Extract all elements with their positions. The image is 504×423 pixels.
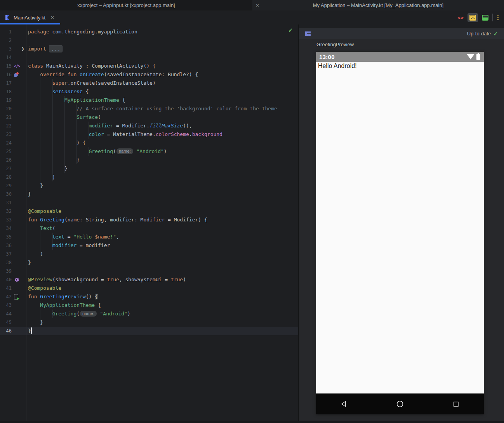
line-number: 19	[0, 96, 12, 104]
code-line[interactable]: }	[26, 258, 31, 267]
editor-row: 38}	[0, 258, 298, 267]
window-titlebar-right: ✕ My Application – MainActivity.kt [My_A…	[252, 0, 504, 10]
code-line[interactable]: super.onCreate(savedInstanceState)	[26, 79, 156, 87]
gutter	[12, 147, 26, 156]
code-line[interactable]: class MainActivity : ComponentActivity()…	[26, 62, 156, 70]
editor-row: 14	[0, 53, 298, 62]
editor-more-menu-button[interactable]	[497, 14, 499, 21]
code-line[interactable]: }	[26, 318, 43, 327]
code-line[interactable]: modifier = Modifier.fillMaxSize(),	[26, 122, 192, 130]
line-number: 35	[0, 233, 12, 241]
gutter	[12, 87, 26, 96]
line-number: 23	[0, 130, 12, 139]
code-line[interactable]: Greeting(name: "Android")	[26, 310, 130, 318]
design-view-button[interactable]	[482, 15, 488, 21]
editor-row: 27 }	[0, 164, 298, 173]
code-line[interactable]: @Composable	[26, 284, 61, 292]
editor-row: 1package com.thengoding.myapplication	[0, 28, 298, 36]
line-number: 46	[0, 327, 12, 335]
editor-row: 22 modifier = Modifier.fillMaxSize(),	[0, 122, 298, 130]
text-caret	[31, 327, 32, 334]
split-view-button[interactable]: <>	[468, 13, 478, 22]
code-line[interactable]: package com.thengoding.myapplication	[26, 28, 137, 36]
tab-close-icon[interactable]: ✕	[50, 15, 54, 20]
code-line[interactable]: modifier = modifier	[26, 241, 110, 250]
editor-row: 24 ) {	[0, 139, 298, 147]
code-line[interactable]: @Composable	[26, 207, 61, 216]
close-window-button[interactable]: ✕	[255, 0, 259, 10]
inspection-ok-icon[interactable]: ✓	[288, 27, 293, 34]
line-number: 2	[0, 36, 12, 45]
nav-back-button[interactable]	[316, 400, 372, 407]
editor-row: 18 setContent {	[0, 87, 298, 96]
line-number: 31	[0, 198, 12, 207]
gutter	[12, 70, 26, 79]
code-line[interactable]: MyApplicationTheme {	[26, 301, 101, 310]
code-view-button[interactable]: <>	[457, 15, 464, 21]
toolbar-divider	[492, 14, 493, 21]
gutter	[12, 96, 26, 104]
gutter	[12, 250, 26, 258]
home-icon	[396, 400, 404, 408]
device-preview[interactable]: 13:00 Hello Android!	[316, 52, 484, 414]
code-line[interactable]: MyApplicationTheme {	[26, 96, 125, 104]
nav-home-button[interactable]	[372, 400, 428, 408]
gutter	[12, 301, 26, 310]
greeting-text: Hello Android!	[318, 63, 357, 69]
code-line[interactable]: }	[26, 190, 31, 198]
code-line[interactable]: }	[26, 164, 68, 173]
gutter-separator	[26, 24, 26, 421]
gutter	[12, 190, 26, 198]
preview-content: Hello Android!	[316, 62, 484, 393]
editor-row: 33fun Greeting(name: String, modifier: M…	[0, 216, 298, 224]
code-line[interactable]: // A surface container using the 'backgr…	[26, 104, 277, 113]
build-status-label: Up-to-date	[467, 31, 491, 37]
line-number: 14	[0, 53, 12, 62]
editor-row: 16 override fun onCreate(savedInstanceSt…	[0, 70, 298, 79]
gear-icon[interactable]	[14, 275, 19, 284]
code-line[interactable]: Surface(	[26, 113, 101, 122]
run-preview-icon[interactable]	[14, 292, 18, 301]
grid-layout-icon[interactable]	[305, 31, 311, 36]
code-line[interactable]: color = MaterialTheme.colorScheme.backgr…	[26, 130, 222, 139]
line-number: 26	[0, 156, 12, 164]
preview-name-label[interactable]: GreetingPreview	[316, 42, 354, 47]
composable-icon[interactable]: </>	[14, 62, 20, 70]
code-line[interactable]: @Preview(showBackground = true, showSyst…	[26, 275, 186, 284]
gutter: </>	[12, 62, 26, 70]
line-number: 25	[0, 147, 12, 156]
code-line[interactable]: ) {	[26, 139, 86, 147]
code-line[interactable]: }	[26, 173, 55, 181]
editor-row: 45 }	[0, 318, 298, 327]
preview-toolbar: Up-to-date ✓	[299, 28, 504, 39]
code-line[interactable]: setContent {	[26, 87, 89, 96]
code-line[interactable]: Text(	[26, 224, 55, 233]
editor-row: 23 color = MaterialTheme.colorScheme.bac…	[0, 130, 298, 139]
line-number: 40	[0, 275, 12, 284]
line-number: 36	[0, 241, 12, 250]
gutter	[12, 164, 26, 173]
code-line[interactable]: override fun onCreate(savedInstanceState…	[26, 70, 198, 79]
code-line[interactable]: fun Greeting(name: String, modifier: Mod…	[26, 216, 207, 224]
line-number: 20	[0, 104, 12, 113]
code-line[interactable]: }	[26, 181, 43, 190]
code-line[interactable]: fun GreetingPreview() {	[26, 292, 98, 301]
gutter	[12, 181, 26, 190]
code-line[interactable]: Greeting(name: "Android")	[26, 147, 167, 156]
editor-tab-mainactivity[interactable]: MainActivity.kt ✕	[0, 10, 60, 24]
nav-recents-button[interactable]	[428, 400, 484, 407]
preview-panel-header-gap	[299, 24, 504, 28]
code-line[interactable]: import ...	[26, 45, 62, 53]
build-status: Up-to-date ✓	[467, 31, 498, 37]
window-title-right: My Application – MainActivity.kt [My_App…	[313, 2, 443, 8]
fold-arrow-icon[interactable]: ❯	[21, 45, 24, 53]
code-line[interactable]: }	[26, 327, 32, 335]
editor-row: 42fun GreetingPreview() {	[0, 292, 298, 301]
editor-row: 34 Text(	[0, 224, 298, 233]
override-icon[interactable]	[14, 70, 19, 79]
editor-row: 3❯import ...	[0, 45, 298, 53]
code-editor[interactable]: 1package com.thengoding.myapplication23❯…	[0, 24, 298, 421]
code-line[interactable]: text = "Hello $name!",	[26, 233, 119, 241]
code-line[interactable]: }	[26, 156, 80, 164]
code-line[interactable]: )	[26, 250, 43, 258]
